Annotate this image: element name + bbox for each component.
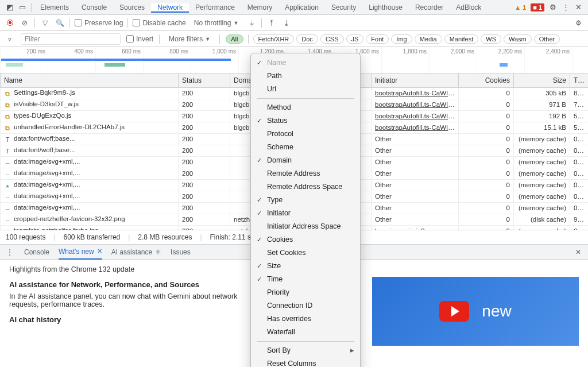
ctx-item-remote-address[interactable]: Remote Address [251,167,360,180]
chevron-down-icon: ▼ [233,20,238,26]
type-pill-font[interactable]: Font [366,34,389,44]
main-tab-console[interactable]: Console [75,3,113,11]
ctx-item-protocol[interactable]: Protocol [251,128,360,141]
file-type-icon: ⧉ [4,102,11,109]
upload-har-icon[interactable]: ⭱ [266,18,277,28]
col-header-ti[interactable]: Ti... [570,74,589,87]
ctx-item-domain[interactable]: ✓Domain [251,154,360,167]
file-type-icon: – [4,194,11,201]
type-pill-css[interactable]: CSS [320,34,344,44]
clear-icon[interactable]: ⊘ [20,18,30,28]
ctx-item-sort-by[interactable]: Sort By▸ [251,344,360,357]
drawer-tab-ai-assistance[interactable]: AI assistance ⚛ [111,248,161,256]
ctx-item-initiator[interactable]: ✓Initiator [251,207,360,220]
main-tab-performance[interactable]: Performance [189,3,241,11]
drawer-menu-icon[interactable]: ⋮ [5,247,15,257]
main-tabbar: ◩ ▭ ElementsConsoleSourcesNetworkPerform… [0,0,588,15]
file-type-icon: – [4,217,11,224]
settings-icon[interactable]: ⚙ [547,1,559,14]
main-tab-sources[interactable]: Sources [113,3,151,11]
ctx-item-priority[interactable]: Priority [251,286,360,299]
main-tab-adblock[interactable]: AdBlock [450,3,488,11]
ctx-item-time[interactable]: ✓Time [251,273,360,286]
search-icon[interactable]: 🔍 [55,18,65,28]
network-settings-icon[interactable]: ⚙ [573,18,583,28]
ctx-item-size[interactable]: ✓Size [251,260,360,273]
ctx-item-connection-id[interactable]: Connection ID [251,299,360,312]
main-tab-recorder[interactable]: Recorder [409,3,450,11]
type-filter-pills: AllFetch/XHRDocCSSJSFontImgMediaManifest… [226,34,560,44]
disable-cache-checkbox[interactable]: Disable cache [133,19,185,27]
type-pill-manifest[interactable]: Manifest [444,34,479,44]
ctx-item-status[interactable]: ✓Status [251,114,360,128]
header-context-menu: ✓NamePathUrlMethod✓StatusProtocolScheme✓… [250,53,361,367]
type-pill-fetchxhr[interactable]: Fetch/XHR [253,34,295,44]
file-type-icon: – [4,160,11,167]
drawer-tab-issues[interactable]: Issues [171,248,191,256]
main-tab-elements[interactable]: Elements [34,3,75,11]
col-header-cookies[interactable]: Cookies [459,74,514,87]
ai-spark-icon: ⚛ [155,248,161,256]
highlights-text: Highlights from the Chrome 132 update [9,265,262,273]
more-icon[interactable]: ⋮ [559,1,572,14]
type-pill-other[interactable]: Other [534,34,560,44]
ctx-item-method[interactable]: Method [251,101,360,114]
download-har-icon[interactable]: ⭳ [281,18,292,28]
drawer-close-icon[interactable]: ✕ [573,247,583,257]
more-filters-select[interactable]: More filters ▼ [165,34,214,44]
main-tab-application[interactable]: Application [278,3,325,11]
summary-transferred: 600 kB transferred [64,233,121,241]
errors-badge[interactable]: ■ 1 [528,3,547,11]
warnings-badge[interactable]: ▲ 1 [512,4,528,11]
inspect-icon[interactable]: ◩ [3,1,16,14]
wifi-icon[interactable]: ⏚ [246,18,257,28]
ctx-item-initiator-address-space[interactable]: Initiator Address Space [251,220,360,233]
main-tab-network[interactable]: Network [151,3,189,13]
col-header-size[interactable]: Size [514,74,570,87]
col-header-status[interactable]: Status [179,74,230,87]
ctx-item-remote-address-space[interactable]: Remote Address Space [251,180,360,194]
ctx-item-type[interactable]: ✓Type [251,194,360,207]
main-tab-memory[interactable]: Memory [241,3,278,11]
throttling-select[interactable]: No throttling ▼ [191,18,242,28]
file-type-icon: T [4,148,11,155]
video-thumbnail[interactable]: new [372,277,579,346]
invert-checkbox[interactable]: Invert [126,35,153,43]
col-header-name[interactable]: Name [1,74,179,87]
summary-requests: 100 requests [6,233,45,241]
main-tab-lighthouse[interactable]: Lighthouse [362,3,409,11]
play-icon [439,301,469,322]
type-pill-all[interactable]: All [226,34,243,44]
record-icon[interactable] [5,18,15,28]
close-tab-icon[interactable]: ✕ [97,248,102,255]
ctx-item-scheme[interactable]: Scheme [251,141,360,154]
filter-funnel-icon[interactable]: ▿ [5,34,15,44]
type-pill-wasm[interactable]: Wasm [504,34,532,44]
check-icon: ✓ [257,116,262,126]
type-pill-img[interactable]: Img [391,34,412,44]
type-pill-ws[interactable]: WS [481,34,501,44]
ctx-item-path[interactable]: Path [251,69,360,83]
close-devtools-icon[interactable]: ✕ [572,1,585,14]
ctx-item-set-cookies[interactable]: Set Cookies [251,246,360,260]
ctx-item-reset-columns[interactable]: Reset Columns [251,357,360,367]
ctx-item-waterfall[interactable]: Waterfall [251,326,360,339]
drawer-tab-whats-new[interactable]: What's new ✕ [59,245,102,260]
preserve-log-checkbox[interactable]: Preserve log [75,19,123,27]
ctx-item-cookies[interactable]: ✓Cookies [251,233,360,246]
check-icon: ✓ [257,156,262,165]
drawer-tab-console[interactable]: Console [24,248,49,256]
type-pill-media[interactable]: Media [415,34,442,44]
type-pill-doc[interactable]: Doc [296,34,318,44]
filter-toggle-icon[interactable]: ▽ [40,18,50,28]
type-pill-js[interactable]: JS [346,34,364,44]
device-toolbar-icon[interactable]: ▭ [16,1,29,14]
chevron-right-icon: ▸ [350,346,354,356]
col-header-initiator[interactable]: Initiator [372,74,459,87]
ctx-item-name: ✓Name [251,56,360,69]
ctx-item-has-overrides[interactable]: Has overrides [251,312,360,326]
check-icon: ✓ [257,261,262,271]
ctx-item-url[interactable]: Url [251,83,360,96]
filter-input[interactable]: Filter [21,33,121,45]
main-tab-security[interactable]: Security [325,3,362,11]
